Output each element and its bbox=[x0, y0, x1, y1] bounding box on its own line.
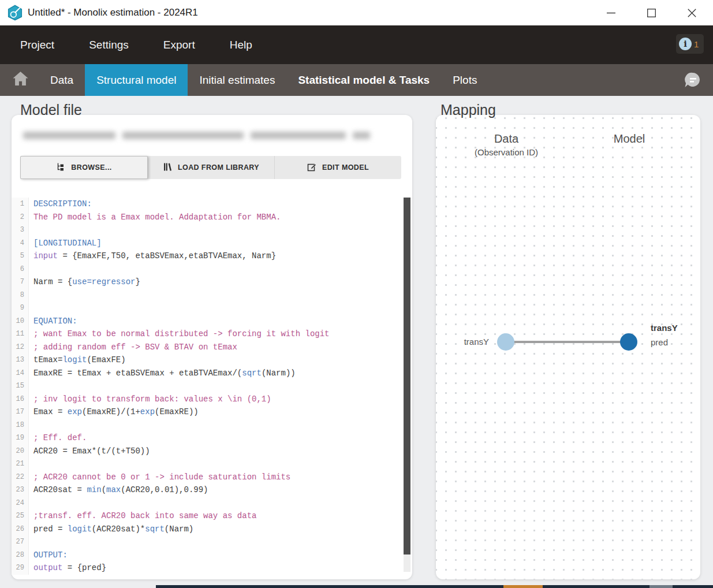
code-line: 23ACR20sat = min(max(ACR20,0.01),0.99) bbox=[12, 483, 412, 497]
model-file-panel: BROWSE... LOAD FROM LIBRARY bbox=[12, 115, 412, 579]
tab-structural-model[interactable]: Structural model bbox=[85, 64, 188, 96]
code-line: 19; Eff. def. bbox=[12, 431, 412, 445]
code-line: 10EQUATION: bbox=[12, 315, 412, 328]
model-file-path-blurred[interactable] bbox=[23, 126, 400, 144]
code-line: 28OUTPUT: bbox=[12, 549, 412, 562]
load-from-library-label: LOAD FROM LIBRARY bbox=[178, 163, 259, 172]
code-line: 25;transf. eff. ACR20 back into same way… bbox=[12, 509, 412, 523]
line-number: 15 bbox=[12, 379, 29, 393]
tab-home[interactable] bbox=[0, 64, 39, 96]
line-number: 17 bbox=[12, 405, 29, 419]
line-number: 12 bbox=[12, 341, 29, 354]
notifications-badge[interactable]: i 1 bbox=[676, 34, 704, 54]
edit-model-button[interactable]: EDIT MODEL bbox=[274, 156, 401, 179]
maximize-button[interactable] bbox=[643, 5, 660, 21]
line-number: 24 bbox=[12, 497, 29, 510]
menu-settings[interactable]: Settings bbox=[89, 39, 129, 51]
model-file-button-bar: BROWSE... LOAD FROM LIBRARY bbox=[20, 156, 401, 179]
edit-pencil-icon bbox=[307, 162, 316, 173]
menu-help[interactable]: Help bbox=[230, 39, 252, 51]
window-titlebar: Untitled* - Monolix estimation - 2024R1 bbox=[0, 0, 713, 25]
line-number: 28 bbox=[12, 549, 29, 562]
close-button[interactable] bbox=[683, 5, 700, 21]
tab-statistical-model-tasks[interactable]: Statistical model & Tasks bbox=[286, 64, 441, 96]
line-number: 2 bbox=[12, 211, 29, 224]
line-number: 25 bbox=[12, 509, 29, 523]
line-number: 27 bbox=[12, 535, 29, 549]
line-number: 26 bbox=[12, 523, 29, 536]
code-line: 13tEmax=logit(EmaxFE) bbox=[12, 353, 412, 367]
line-number: 3 bbox=[12, 224, 29, 237]
code-line: 15 bbox=[12, 379, 412, 393]
line-number: 8 bbox=[12, 289, 29, 302]
notification-count: 1 bbox=[694, 39, 699, 49]
taskbar-sliver-gray bbox=[649, 585, 673, 588]
mapping-model-dot[interactable] bbox=[620, 333, 637, 351]
tab-initial-estimates[interactable]: Initial estimates bbox=[188, 64, 286, 96]
taskbar-sliver bbox=[156, 585, 713, 588]
edit-model-label: EDIT MODEL bbox=[322, 163, 369, 172]
line-number: 14 bbox=[12, 367, 29, 380]
code-line: 3 bbox=[12, 224, 412, 237]
browse-button-label: BROWSE... bbox=[71, 163, 111, 172]
code-line: 11; want Emax to be normal distributed -… bbox=[12, 328, 412, 341]
window-title: Untitled* - Monolix estimation - 2024R1 bbox=[28, 0, 198, 25]
line-number: 6 bbox=[12, 263, 29, 276]
library-books-icon bbox=[163, 162, 172, 173]
main-tab-bar: Data Structural model Initial estimates … bbox=[0, 64, 713, 96]
tab-data[interactable]: Data bbox=[39, 64, 85, 96]
mapping-column-model: Model bbox=[570, 132, 688, 146]
taskbar-sliver-orange bbox=[503, 585, 543, 588]
mapping-data-label: transY bbox=[452, 337, 489, 347]
line-number: 21 bbox=[12, 457, 29, 471]
line-number: 22 bbox=[12, 471, 29, 484]
line-number: 1 bbox=[12, 198, 29, 211]
minimize-button[interactable] bbox=[602, 5, 619, 21]
mapping-connector-line bbox=[506, 341, 629, 343]
mapping-panel: Data (Observation ID) Model transY trans… bbox=[436, 115, 700, 579]
mapping-column-data: Data bbox=[436, 132, 577, 146]
feedback-chat-icon[interactable] bbox=[683, 71, 701, 90]
code-line: 17Emax = exp(EmaxRE)/(1+exp(EmaxRE)) bbox=[12, 405, 412, 419]
menu-export[interactable]: Export bbox=[163, 39, 195, 51]
code-line: 6 bbox=[12, 263, 412, 276]
editor-scrollbar bbox=[404, 198, 410, 572]
code-line: 24 bbox=[12, 497, 412, 510]
line-number: 4 bbox=[12, 237, 29, 250]
code-line: 8 bbox=[12, 289, 412, 302]
code-line: 18 bbox=[12, 419, 412, 432]
mapping-title: Mapping bbox=[441, 102, 496, 118]
mapping-model-output: pred bbox=[651, 337, 668, 347]
code-line: 16; inv logit to transform back: values … bbox=[12, 393, 412, 406]
code-line: 27 bbox=[12, 535, 412, 549]
editor-scrollbar-thumb[interactable] bbox=[404, 198, 410, 554]
mapping-model-name: transY bbox=[651, 323, 678, 333]
code-line: 2The PD model is a Emax model. Addaptati… bbox=[12, 211, 412, 224]
code-line: 12; adding random eff -> BSV & BTAV on t… bbox=[12, 341, 412, 354]
line-number: 19 bbox=[12, 431, 29, 445]
code-line: 9 bbox=[12, 302, 412, 315]
line-number: 11 bbox=[12, 328, 29, 341]
line-number: 29 bbox=[12, 561, 29, 575]
menu-bar: Project Settings Export Help i 1 bbox=[0, 25, 713, 64]
monolix-logo-icon bbox=[7, 5, 23, 21]
menu-project[interactable]: Project bbox=[20, 39, 54, 51]
load-from-library-button[interactable]: LOAD FROM LIBRARY bbox=[148, 156, 274, 179]
line-number: 5 bbox=[12, 250, 29, 263]
code-line: 20ACR20 = Emax*(t/(t+T50)) bbox=[12, 445, 412, 458]
code-line: 4[LONGITUDINAL] bbox=[12, 237, 412, 250]
code-line: 29output = {pred} bbox=[12, 561, 412, 575]
line-number: 13 bbox=[12, 353, 29, 367]
code-line: 21 bbox=[12, 457, 412, 471]
code-line: 26pred = logit(ACR20sat)*sqrt(Narm) bbox=[12, 523, 412, 536]
line-number: 18 bbox=[12, 419, 29, 432]
line-number: 7 bbox=[12, 276, 29, 289]
mapping-column-data-sub: (Observation ID) bbox=[436, 147, 577, 157]
browse-button[interactable]: BROWSE... bbox=[20, 156, 148, 179]
mapping-data-dot[interactable] bbox=[497, 333, 514, 351]
info-icon: i bbox=[679, 38, 692, 50]
model-code-editor[interactable]: 1DESCRIPTION:2The PD model is a Emax mod… bbox=[12, 198, 412, 576]
monolix-window: Untitled* - Monolix estimation - 2024R1 … bbox=[0, 0, 713, 588]
line-number: 20 bbox=[12, 445, 29, 458]
tab-plots[interactable]: Plots bbox=[441, 64, 488, 96]
